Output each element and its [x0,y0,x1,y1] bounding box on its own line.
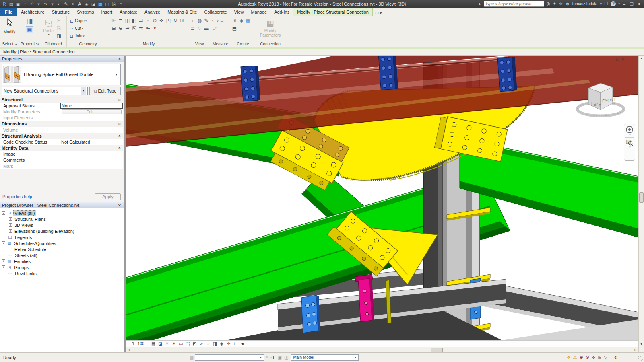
project-browser-close-icon[interactable]: ✕ [117,203,122,208]
sun-path-icon[interactable]: ☀ [164,341,171,346]
ribbon-options-icon[interactable]: ⊡ [375,10,379,16]
tab-architecture[interactable]: Architecture [17,8,48,16]
view-restore-icon[interactable]: ❐ [616,58,619,62]
tree-item-families[interactable]: + ▥ Families [0,258,124,264]
help-icon[interactable]: ? [611,1,616,6]
vertical-scrollbar[interactable]: ▴ ▾ [638,56,644,352]
reveal-constraints-icon[interactable]: ∟ [232,341,239,346]
tree-item-sheets[interactable]: ▱ Sheets (all) [0,252,124,258]
unpin-icon[interactable]: ⊖ [117,25,124,32]
user-dropdown-icon[interactable]: ▾ [600,1,602,6]
close-hidden-windows-icon[interactable]: ◫ [104,1,110,7]
scroll-right-icon[interactable]: ▸ [633,348,638,352]
active-workset-select[interactable]: ▼ [195,354,264,361]
review-warnings-icon[interactable]: ⚠ [573,355,577,360]
blue-bolt-plate-3[interactable] [497,57,517,92]
create-similar-icon[interactable]: ◈ [238,17,245,25]
tab-insert[interactable]: Insert [97,8,116,16]
extend-icon[interactable]: ⇥ [124,25,131,32]
tree-item-structural-plans[interactable]: + Structural Plans [0,216,124,222]
highlight-displacement-icon[interactable]: ✛ [225,341,232,346]
view-cube[interactable]: LEFT FRONT [572,78,629,125]
horizontal-scroll-thumb[interactable] [431,348,443,352]
array-icon[interactable]: ⊞ [179,17,186,25]
delete-icon[interactable]: ✕ [151,25,158,32]
vcb-collapse-icon[interactable]: ◂ [239,341,246,346]
app-store-cart-icon[interactable]: ❒ [605,1,609,6]
favorites-star-icon[interactable]: ☆ [559,1,563,6]
search-input[interactable] [484,1,544,7]
edit-parameters-button[interactable]: Edit... [62,109,122,114]
hide-elements-icon[interactable]: ◌ [196,25,203,32]
crop-view-icon[interactable]: ▭ [178,341,184,346]
thin-lines-icon[interactable]: ▦ [97,1,103,7]
help-dropdown-icon[interactable]: ▾ [618,2,620,6]
properties-help-link[interactable]: Properties help [2,194,32,199]
create-group-icon[interactable]: ⊞ [231,17,238,25]
select-underlay-elements-icon[interactable]: ✛ [592,355,595,360]
temporary-view-properties-icon[interactable]: ◨ [212,341,219,346]
scroll-down-icon[interactable]: ▾ [639,341,644,347]
rotate-icon[interactable]: ↻ [172,17,179,25]
temporary-hide-isolate-icon[interactable]: ∞ [198,341,205,346]
reveal-hidden-elements-icon[interactable]: ◌ [205,341,212,346]
editable-only-icon[interactable]: ✎ [265,355,269,360]
split-gap-icon[interactable]: ⇤ [144,25,151,32]
blue-plate-left-beam[interactable] [301,295,320,333]
tab-systems[interactable]: Systems [73,8,97,16]
worksets-icon[interactable]: ▥ [190,355,194,360]
tree-expander-icon[interactable]: + [2,265,5,269]
tab-analyze[interactable]: Analyze [141,8,164,16]
tree-item-legends[interactable]: ▤ Legends [0,234,124,240]
measure-along-icon[interactable]: ↔ [219,17,225,25]
open-icon[interactable]: ▤ [8,1,14,7]
design-option-select[interactable]: Main Model▼ [291,354,359,361]
modify-parameters-button[interactable]: ▦ Modify Parameters [258,17,283,37]
view-close-icon[interactable]: ✕ [621,58,625,62]
tab-view[interactable]: View [231,8,248,16]
section-structural-analysis[interactable]: Structural Analysis » [0,133,123,139]
scroll-left-icon[interactable]: ◂ [126,348,131,352]
blue-bolt-plate-1[interactable] [241,66,260,101]
project-browser-title-bar[interactable]: Project Browser - Steel Connections.rvt … [0,202,124,208]
tree-item-rebar-schedule[interactable]: Rebar Schedule [0,246,124,252]
unlocked-view-icon[interactable]: ◩ [191,341,198,346]
join-geometry-button[interactable]: ⊔ Join▾ [68,32,85,40]
filter-combo-dropdown-icon[interactable]: ▼ [80,87,86,95]
cut-to-clipboard-icon[interactable]: ✂ [56,17,62,25]
cope-button[interactable]: ⊾ Cope▾ [68,17,87,25]
tree-item-elevations[interactable]: + Elevations (Building Elevation) [0,228,124,234]
section-icon[interactable]: ◪ [91,1,96,7]
tree-item-schedules[interactable]: - ▦ Schedules/Quantities [0,240,124,246]
trim-icon[interactable]: ⌐ [144,17,151,25]
view-scale[interactable]: 1 : 100 [132,341,144,346]
measure-between-icon[interactable]: ⟷ [212,17,219,25]
restore-button[interactable]: ❐ [628,0,635,8]
tree-expander-icon[interactable]: + [9,217,12,221]
vertical-scroll-thumb[interactable] [639,192,644,203]
tree-item-3d-views[interactable]: + 3D Views [0,222,124,228]
tree-expander-icon[interactable]: - [2,241,5,245]
search-collapse-icon[interactable]: ▸ [479,1,481,6]
modify-button[interactable]: Modify [1,17,18,34]
undo-icon[interactable]: ↶ [29,1,35,7]
tab-collaborate[interactable]: Collaborate [201,8,231,16]
copy-icon[interactable]: ◰ [165,17,172,25]
properties-palette-icon[interactable]: ◨ [26,17,33,25]
tree-expander-icon[interactable]: + [9,229,12,233]
tab-annotate[interactable]: Annotate [116,8,141,16]
create-assembly-icon[interactable]: ▦ [245,17,252,25]
binoculars-search-icon[interactable]: ◎ [547,1,551,6]
pin-icon[interactable]: ⊕ [151,17,158,25]
aligned-dimension-icon[interactable]: ⇤ [56,1,62,7]
section-identity-data[interactable]: Identity Data » [0,145,123,151]
tree-expander-icon[interactable]: - [2,211,5,215]
save-icon[interactable]: ▣ [15,1,21,7]
drawing-area[interactable]: ‒❐✕ LEFT FRONT ▼ [126,56,638,340]
tab-structure[interactable]: Structure [48,8,74,16]
properties-title-bar[interactable]: Properties ✕ [0,56,124,62]
switch-windows-icon[interactable]: ⎘ [111,1,117,7]
mirror-draw-icon[interactable]: ◧ [131,17,138,25]
measure-icon[interactable]: ⌖ [70,1,76,7]
tab-modify-place-structural-connection[interactable]: Modify | Place Structural Connection [293,8,373,16]
